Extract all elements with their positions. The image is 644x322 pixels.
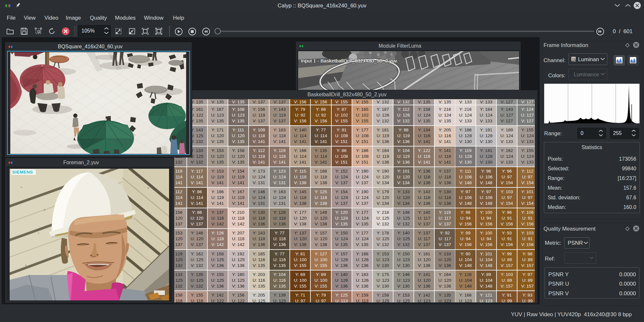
svg-text:SIEMENS: SIEMENS [12, 170, 33, 175]
svg-text:Input 1 - BasketballDrill_832x: Input 1 - BasketballDrill_832x480_50_2.y… [301, 58, 398, 63]
